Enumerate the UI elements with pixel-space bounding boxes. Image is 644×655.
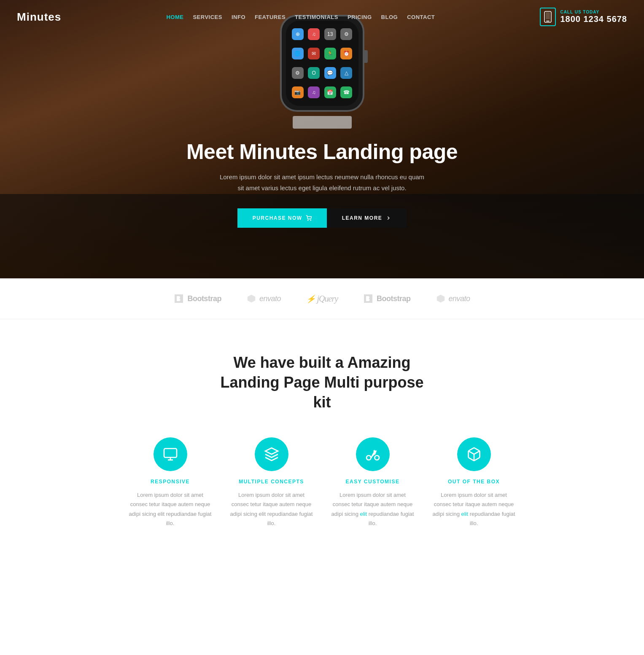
header: Minutes HOMESERVICESINFOFEATURESTESTIMON… bbox=[0, 0, 644, 34]
feature-desc-1: Lorem ipsum dolor sit amet consec tetur … bbox=[229, 491, 314, 528]
learn-more-button[interactable]: LEARN MORE bbox=[327, 208, 407, 228]
feature-title-0: RESPONSIVE bbox=[128, 479, 213, 485]
phone-icon bbox=[540, 8, 556, 26]
feature-card-0: RESPONSIVE Lorem ipsum dolor sit amet co… bbox=[128, 437, 213, 528]
nav-item-features[interactable]: FEATURES bbox=[255, 14, 286, 20]
nav-item-contact[interactable]: CONTACT bbox=[407, 14, 435, 20]
hero-subtitle: Lorem ipsum dolor sit amet ipsum lectus … bbox=[217, 172, 428, 193]
logos-strip: Bootstrap envato ⚡ jQuery Bootstrap enva… bbox=[0, 278, 644, 319]
nav-item-home[interactable]: HOME bbox=[166, 14, 183, 20]
hero-content: Meet Minutes Landing page Lorem ipsum do… bbox=[186, 140, 458, 228]
feature-icon-layers bbox=[255, 437, 288, 471]
svg-point-10 bbox=[375, 456, 379, 460]
feature-card-1: MULTIPLE CONCEPTS Lorem ipsum dolor sit … bbox=[229, 437, 314, 528]
logo-bootstrap-2: Bootstrap bbox=[363, 294, 411, 304]
features-section: We have built a Amazing Landing Page Mul… bbox=[0, 319, 644, 562]
logo-envato-2: envato bbox=[436, 294, 470, 303]
nav-item-info[interactable]: INFO bbox=[232, 14, 245, 20]
feature-title-1: MULTIPLE CONCEPTS bbox=[229, 479, 314, 485]
phone-block: CALL US TODAY 1800 1234 5678 bbox=[540, 8, 627, 26]
nav-item-pricing[interactable]: PRICING bbox=[348, 14, 372, 20]
logo[interactable]: Minutes bbox=[17, 11, 61, 24]
svg-rect-5 bbox=[164, 449, 177, 458]
feature-desc-2: Lorem ipsum dolor sit amet consec tetur … bbox=[331, 491, 415, 528]
nav-item-testimonials[interactable]: TESTIMONIALS bbox=[295, 14, 338, 20]
svg-marker-8 bbox=[265, 448, 278, 454]
hero-section: ⊕♫13⚙🌐✉🏃⏰⚙O💬△📷♫📅☎ Meet Minutes Landing p… bbox=[0, 0, 644, 278]
feature-card-3: OUT OF THE BOX Lorem ipsum dolor sit ame… bbox=[432, 437, 516, 528]
hero-title: Meet Minutes Landing page bbox=[186, 140, 458, 164]
feature-icon-monitor bbox=[154, 437, 187, 471]
main-nav: HOMESERVICESINFOFEATURESTESTIMONIALSPRIC… bbox=[166, 14, 435, 20]
features-grid: RESPONSIVE Lorem ipsum dolor sit amet co… bbox=[25, 437, 619, 528]
svg-rect-1 bbox=[546, 21, 550, 22]
feature-title-3: OUT OF THE BOX bbox=[432, 479, 516, 485]
hero-buttons: PURCHASE NOW LEARN MORE bbox=[186, 208, 458, 228]
nav-item-services[interactable]: SERVICES bbox=[193, 14, 222, 20]
svg-rect-2 bbox=[546, 12, 550, 19]
purchase-now-button[interactable]: PURCHASE NOW bbox=[237, 208, 327, 228]
svg-point-9 bbox=[366, 456, 371, 460]
logo-bootstrap-1: Bootstrap bbox=[174, 294, 221, 304]
feature-desc-3: Lorem ipsum dolor sit amet consec tetur … bbox=[432, 491, 516, 528]
logo-envato-1: envato bbox=[247, 294, 281, 303]
feature-icon-box bbox=[457, 437, 491, 471]
feature-card-2: EASY CUSTOMISE Lorem ipsum dolor sit ame… bbox=[331, 437, 415, 528]
nav-item-blog[interactable]: BLOG bbox=[381, 14, 398, 20]
logo-jquery: ⚡ jQuery bbox=[306, 294, 338, 304]
feature-icon-bicycle bbox=[356, 437, 390, 471]
svg-point-3 bbox=[307, 220, 308, 221]
svg-point-4 bbox=[310, 220, 311, 221]
features-heading: We have built a Amazing Landing Page Mul… bbox=[213, 353, 432, 412]
phone-text: CALL US TODAY 1800 1234 5678 bbox=[560, 10, 627, 24]
feature-title-2: EASY CUSTOMISE bbox=[331, 479, 415, 485]
feature-desc-0: Lorem ipsum dolor sit amet consec tetur … bbox=[128, 491, 213, 528]
